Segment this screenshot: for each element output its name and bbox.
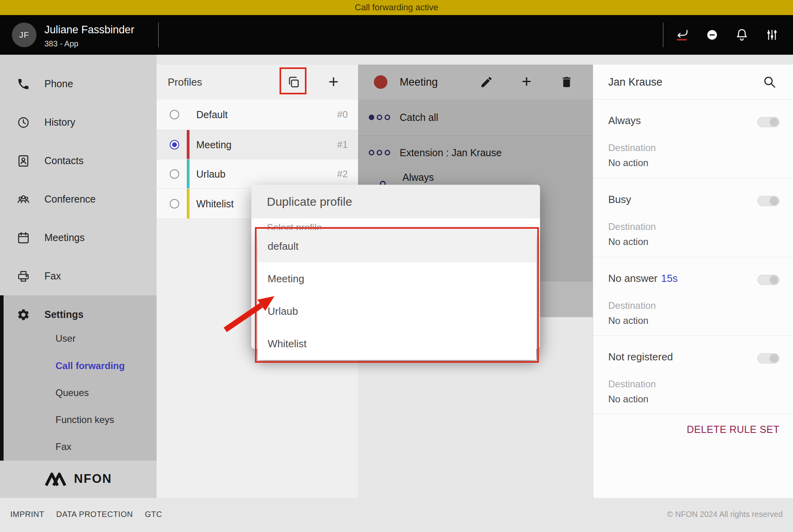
app-window: Call forwarding active JF Juliane Fassbi… [0,0,793,532]
profile-row-urlaub[interactable]: Urlaub #2 [157,159,358,189]
radio-button[interactable] [170,169,179,179]
top-header: JF Juliane Fassbinder 383 - App [0,15,793,55]
profile-name: Whitelist [196,198,234,209]
modal-header: Duplicate profile [251,185,540,218]
destination-label: Destination [608,379,656,390]
rule-section-always: Always Destination No action [593,100,793,178]
sidebar-subitem-user[interactable]: User [0,325,157,352]
nfon-logo-text: NFON [74,472,112,486]
destination-label: Destination [608,221,656,232]
detail-title: Jan Krause [608,65,663,100]
footer-link-gtc[interactable]: GTC [145,510,162,519]
sidebar-item-history[interactable]: History [0,103,157,142]
detail-header: Jan Krause [593,65,793,100]
nfon-logo-mark [45,471,69,486]
sidebar-label: Contacts [44,155,84,166]
radio-button[interactable] [170,199,179,209]
rule-section-not-registered: Not registered Destination No action [593,336,793,414]
sidebar-label: Meetings [44,232,84,243]
profile-number: #0 [337,109,348,120]
profile-name: Default [196,109,228,121]
conference-icon [17,193,30,206]
profile-color-bar [187,159,190,188]
sidebar-subitem-call-forwarding[interactable]: Call forwarding [0,352,157,379]
profile-name: Meeting [196,139,232,150]
profiles-title: Profiles [168,65,202,100]
footer-link-data-protection[interactable]: DATA PROTECTION [56,510,133,519]
audio-settings-icon[interactable] [765,28,779,42]
destination-label: Destination [608,300,656,311]
toggle-switch[interactable] [757,117,780,127]
rule-condition-label: Not registered [608,351,676,363]
search-icon[interactable] [763,75,776,89]
sidebar-label: History [44,117,75,128]
sidebar-item-fax[interactable]: Fax [0,257,157,295]
sidebar-subitem-function-keys[interactable]: Function keys [0,406,157,433]
rule-section-busy: Busy Destination No action [593,178,793,257]
header-divider [663,23,663,47]
sidebar-item-meetings[interactable]: Meetings [0,218,157,257]
dropdown-option-whitelist[interactable]: Whitelist [258,327,536,360]
call-forwarding-banner: Call forwarding active [0,0,793,15]
banner-text: Call forwarding active [355,2,438,13]
destination-value: No action [608,315,648,326]
destination-value: No action [608,157,648,168]
radio-button[interactable] [170,140,179,149]
fax-icon [17,270,30,283]
profile-name: Urlaub [196,168,226,180]
profile-color-bar [187,130,190,159]
notifications-icon[interactable] [735,28,749,42]
header-divider [158,23,159,47]
sidebar-item-conference[interactable]: Conference [0,180,157,218]
toggle-switch[interactable] [757,196,780,206]
do-not-disturb-icon[interactable] [705,28,719,42]
profile-color-bar [187,189,190,218]
user-name: Juliane Fassbinder [44,24,134,36]
destination-value: No action [608,394,648,405]
rule-condition-label: Busy [608,193,635,206]
toggle-switch[interactable] [757,275,780,285]
timeout-link[interactable]: 15s [661,272,678,284]
sidebar-item-contacts[interactable]: Contacts [0,142,157,180]
profile-row-default[interactable]: Default #0 [157,100,358,130]
destination-label: Destination [608,142,656,153]
dropdown-option-meeting[interactable]: Meeting [258,262,536,295]
sidebar: Phone History Contacts Conference Meetin… [0,55,157,498]
profile-number: #2 [337,168,348,180]
sidebar-label: Conference [44,193,96,205]
delete-rule-set-button[interactable]: DELETE RULE SET [687,424,780,435]
footer-links: IMPRINT DATA PROTECTION GTC [10,510,162,519]
toggle-switch[interactable] [757,353,780,364]
settings-section: Settings User Call forwarding Queues Fun… [0,295,157,461]
calendar-icon [17,231,30,245]
gear-icon [17,308,30,321]
user-extension: 383 - App [44,39,79,48]
dropdown-option-default[interactable]: default [258,230,536,262]
sidebar-item-phone[interactable]: Phone [0,65,157,103]
sidebar-label: Phone [44,78,73,90]
radio-button[interactable] [170,110,179,119]
call-forward-icon[interactable] [675,28,689,42]
rule-detail-panel: Jan Krause Always Destination No action … [593,65,793,498]
modal-title: Duplicate profile [267,185,352,218]
profile-number: #1 [337,139,348,150]
rule-condition-label: No answer15s [608,272,678,285]
sidebar-subitem-fax[interactable]: Fax [0,433,157,460]
dropdown-option-urlaub[interactable]: Urlaub [258,295,536,327]
footer-link-imprint[interactable]: IMPRINT [10,510,44,519]
sidebar-label: Fax [44,270,61,282]
phone-icon [17,77,30,91]
nfon-logo: NFON [0,465,157,493]
history-icon [17,116,30,129]
rule-section-no-answer: No answer15s Destination No action [593,257,793,336]
duplicate-profile-icon[interactable] [287,75,300,89]
avatar[interactable]: JF [12,23,36,47]
contacts-icon [17,154,30,168]
copyright-text: © NFON 2024 All rights reserved [667,510,783,519]
rule-condition-label: Always [608,115,644,127]
destination-value: No action [608,236,648,247]
sidebar-subitem-queues[interactable]: Queues [0,379,157,406]
sidebar-label: Settings [44,309,84,320]
profile-row-meeting[interactable]: Meeting #1 [157,130,358,159]
add-profile-icon[interactable]: + [325,72,342,92]
